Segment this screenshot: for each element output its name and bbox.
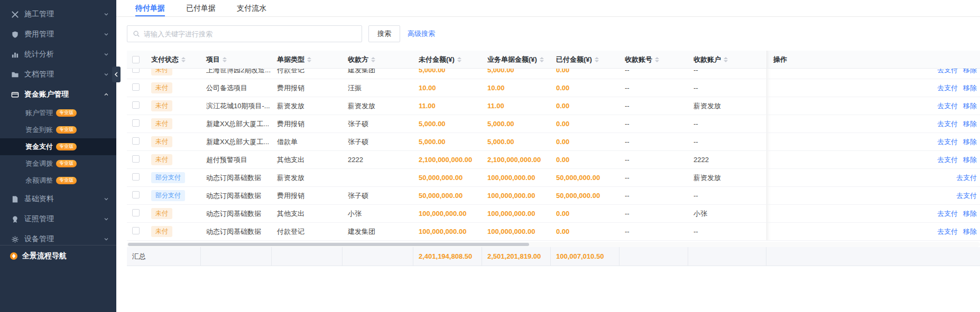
pay-link[interactable]: 去支付	[937, 69, 958, 75]
tab-1[interactable]: 已付单据	[186, 0, 216, 16]
cell-paid-amount: 0.00	[551, 120, 620, 128]
sort-icon[interactable]	[223, 57, 227, 62]
cell-doc-type: 其他支出	[272, 209, 343, 219]
remove-link[interactable]: 移除	[963, 155, 977, 165]
remove-link[interactable]: 移除	[963, 209, 977, 219]
pro-badge: 专业版	[56, 126, 77, 134]
row-checkbox[interactable]	[132, 227, 140, 234]
sidebar-subitem-4-3[interactable]: 资金调拨专业版	[0, 155, 116, 172]
row-checkbox[interactable]	[132, 173, 140, 181]
pay-link[interactable]: 去支付	[937, 137, 958, 147]
chevron-down-icon	[104, 52, 109, 57]
sidebar-subitem-4-0[interactable]: 账户管理专业版	[0, 105, 116, 121]
sidebar-collapse-handle[interactable]	[112, 67, 121, 82]
sidebar-subitem-4-4[interactable]: 余额调整专业版	[0, 172, 116, 189]
sidebar-item-2[interactable]: 统计分析	[0, 44, 116, 64]
sidebar-item-label: 施工管理	[24, 10, 104, 19]
remove-link[interactable]: 移除	[963, 119, 977, 129]
remove-link[interactable]: 移除	[963, 137, 977, 147]
sidebar-item-3[interactable]: 文档管理	[0, 64, 116, 84]
row-checkbox-cell	[127, 227, 146, 236]
column-header-5[interactable]: 业务单据金额(¥)	[482, 51, 551, 68]
scrollbar-thumb[interactable]	[128, 243, 529, 246]
cell-status: 未付	[146, 69, 201, 75]
row-checkbox[interactable]	[132, 83, 140, 91]
sidebar-item-1[interactable]: 费用管理	[0, 24, 116, 44]
search-input[interactable]	[144, 30, 356, 38]
sort-icon[interactable]	[655, 57, 659, 62]
cell-project: 滨江花城10期项目-...	[201, 101, 272, 111]
search-input-wrapper	[127, 25, 362, 42]
select-all-checkbox[interactable]	[132, 56, 140, 63]
sort-icon[interactable]	[595, 57, 599, 62]
cell-project: 新建XX总部大厦工...	[201, 137, 272, 147]
search-button[interactable]: 搜索	[368, 25, 400, 42]
column-header-1[interactable]: 项目	[201, 51, 272, 68]
sidebar-item-5[interactable]: 基础资料	[0, 189, 116, 209]
sort-icon[interactable]	[371, 57, 375, 62]
horizontal-scrollbar[interactable]	[127, 242, 980, 247]
remove-link[interactable]: 移除	[963, 101, 977, 111]
table-row-4: 未付新建XX总部大厦工...借款单张子硕5,000.005,000.000.00…	[127, 133, 980, 151]
status-badge: 未付	[151, 100, 172, 111]
column-header-7[interactable]: 收款账号	[620, 51, 688, 68]
sidebar-subitem-4-2[interactable]: 资金支付专业版	[0, 138, 116, 155]
sidebar-footer[interactable]: 全景流程导航	[0, 245, 116, 266]
remove-link[interactable]: 移除	[963, 83, 977, 93]
documents-table: 支付状态项目单据类型收款方未付金额(¥)业务单据金额(¥)已付金额(¥)收款账号…	[127, 51, 980, 266]
row-checkbox[interactable]	[132, 101, 140, 109]
column-header-2[interactable]: 单据类型	[272, 51, 343, 68]
table-row-7: 部分支付动态订阅基础数据费用报销张子硕50,000,000.00100,000,…	[127, 187, 980, 205]
column-header-9[interactable]: 操作	[766, 51, 980, 68]
cell-actions: 去支付	[766, 187, 980, 204]
pay-link[interactable]: 去支付	[937, 209, 958, 219]
table-body: 未付上海世博园2期改造...付款登记建发集团5,000.005,000.000.…	[127, 69, 980, 241]
column-header-label: 收款账号	[625, 55, 652, 64]
row-checkbox[interactable]	[132, 155, 140, 163]
pay-link[interactable]: 去支付	[937, 101, 958, 111]
row-checkbox[interactable]	[132, 191, 140, 198]
remove-link[interactable]: 移除	[963, 227, 977, 237]
remove-link[interactable]: 移除	[963, 69, 977, 75]
summary-cell-empty	[688, 247, 766, 266]
column-header-3[interactable]: 收款方	[343, 51, 413, 68]
cell-doc-type: 费用报销	[272, 191, 343, 201]
sidebar-subitem-4-1[interactable]: 资金到账专业版	[0, 121, 116, 138]
pay-link[interactable]: 去支付	[937, 155, 958, 165]
tab-2[interactable]: 支付流水	[237, 0, 266, 16]
sidebar-item-4[interactable]: 资金账户管理	[0, 84, 116, 105]
sort-icon[interactable]	[307, 57, 311, 62]
sort-icon[interactable]	[540, 57, 544, 62]
pay-link[interactable]: 去支付	[937, 83, 958, 93]
tab-0[interactable]: 待付单据	[135, 0, 165, 16]
header-checkbox-cell	[127, 51, 146, 68]
pay-link[interactable]: 去支付	[956, 191, 977, 201]
cell-payee: 小张	[343, 209, 413, 219]
column-header-label: 操作	[773, 55, 787, 64]
column-header-label: 业务单据金额(¥)	[487, 55, 537, 64]
advanced-search-link[interactable]: 高级搜索	[408, 29, 435, 39]
column-header-6[interactable]: 已付金额(¥)	[551, 51, 620, 68]
sort-icon[interactable]	[181, 57, 186, 62]
pay-link[interactable]: 去支付	[937, 227, 958, 237]
sort-icon[interactable]	[724, 57, 728, 62]
status-badge: 部分支付	[151, 190, 185, 201]
column-header-4[interactable]: 未付金额(¥)	[413, 51, 482, 68]
cell-account-name: --	[688, 69, 766, 74]
pay-link[interactable]: 去支付	[956, 173, 977, 183]
cell-business-amount: 100,000,000.00	[482, 174, 551, 182]
column-header-8[interactable]: 收款账户	[688, 51, 766, 68]
row-checkbox[interactable]	[132, 69, 140, 73]
pay-link[interactable]: 去支付	[937, 119, 958, 129]
column-header-0[interactable]: 支付状态	[146, 51, 201, 68]
cell-doc-type: 其他支出	[272, 155, 343, 165]
search-row: 搜索 高级搜索	[127, 25, 980, 42]
sort-icon[interactable]	[457, 57, 461, 62]
row-checkbox[interactable]	[132, 119, 140, 127]
sidebar-item-0[interactable]: 施工管理	[0, 4, 116, 24]
sidebar-item-6[interactable]: 证照管理	[0, 209, 116, 229]
row-checkbox[interactable]	[132, 137, 140, 145]
row-checkbox[interactable]	[132, 209, 140, 216]
row-checkbox-cell	[127, 101, 146, 110]
status-badge: 部分支付	[151, 172, 185, 183]
